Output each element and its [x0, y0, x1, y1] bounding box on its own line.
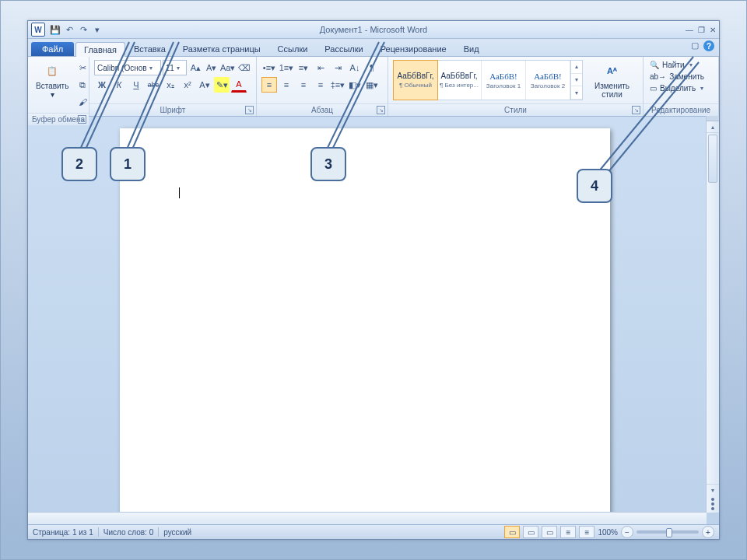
replace-label: Заменить [669, 72, 704, 81]
status-word-count[interactable]: Число слов: 0 [103, 528, 153, 537]
highlight-button[interactable]: ✎▾ [214, 77, 230, 93]
group-font: Calibri (Основ▾ 11▾ A▴ A▾ Aa▾ ⌫ Ж К Ч ab… [89, 57, 257, 116]
text-effects-button[interactable]: A▾ [197, 77, 212, 93]
font-name-combo[interactable]: Calibri (Основ▾ [94, 60, 161, 75]
word-app-icon: W [31, 23, 45, 37]
scroll-down-icon[interactable]: ▾ [707, 484, 719, 495]
clear-format-button[interactable]: ⌫ [237, 60, 251, 75]
view-web[interactable]: ▭ [542, 526, 557, 538]
ribbon-minimize-icon[interactable]: ▢ [691, 40, 699, 51]
styles-launcher[interactable]: ↘ [632, 106, 640, 114]
format-painter-button[interactable]: 🖌 [75, 94, 90, 110]
sort-button[interactable]: A↓ [347, 60, 363, 75]
subscript-button[interactable]: x₂ [163, 77, 178, 93]
decrease-indent-button[interactable]: ⇤ [313, 60, 328, 75]
grow-font-button[interactable]: A▴ [188, 60, 202, 75]
group-paragraph-label: Абзац [311, 106, 333, 114]
align-center-button[interactable]: ≡ [279, 77, 294, 93]
tab-insert[interactable]: Вставка [125, 41, 174, 56]
save-icon[interactable]: 💾 [50, 24, 61, 35]
change-styles-button[interactable]: Aᴬ Изменить стили [586, 60, 638, 100]
group-font-label: Шрифт [160, 106, 186, 114]
tab-home[interactable]: Главная [75, 42, 125, 57]
view-print-layout[interactable]: ▭ [504, 526, 520, 538]
shrink-font-button[interactable]: A▾ [204, 60, 218, 75]
paste-button[interactable]: 📋 Вставить▾ [33, 60, 72, 100]
restore-button[interactable]: ❐ [698, 26, 705, 34]
align-left-button[interactable]: ≡ [261, 77, 277, 93]
tab-mailings[interactable]: Рассылки [316, 41, 371, 56]
zoom-level[interactable]: 100% [598, 528, 618, 537]
vertical-scrollbar[interactable]: ▴ ▾ [706, 116, 719, 513]
font-color-button[interactable]: A [231, 78, 247, 93]
group-styles-label: Стили [504, 106, 527, 114]
view-draft[interactable]: ≡ [579, 526, 594, 538]
view-full-screen[interactable]: ▭ [523, 526, 538, 538]
scroll-up-icon[interactable]: ▴ [707, 121, 719, 133]
borders-button[interactable]: ▦▾ [364, 77, 380, 93]
tab-view[interactable]: Вид [455, 41, 488, 56]
copy-button[interactable]: ⧉ [75, 77, 90, 93]
line-spacing-button[interactable]: ‡≡▾ [330, 77, 345, 93]
redo-icon[interactable]: ↷ [78, 24, 89, 35]
status-page[interactable]: Страница: 1 из 1 [33, 528, 93, 537]
minimize-button[interactable]: — [686, 26, 693, 34]
bullets-button[interactable]: •≡▾ [261, 60, 277, 75]
tab-review[interactable]: Рецензирование [372, 41, 455, 56]
find-button[interactable]: 🔍Найти▾ [648, 60, 706, 70]
tab-page-layout[interactable]: Разметка страницы [174, 41, 269, 56]
change-case-button[interactable]: Aa▾ [220, 60, 236, 75]
zoom-in-button[interactable]: + [702, 526, 714, 538]
shading-button[interactable]: ◧▾ [347, 77, 363, 93]
bold-button[interactable]: Ж [94, 77, 110, 93]
strike-button[interactable]: abc [146, 77, 161, 93]
ribbon: 📋 Вставить▾ ✂ ⧉ 🖌 Буфер обмена↘ Calibri … [28, 57, 719, 117]
paragraph-launcher[interactable]: ↘ [377, 106, 385, 114]
tab-file[interactable]: Файл [31, 42, 74, 56]
font-size-combo[interactable]: 11▾ [163, 60, 188, 75]
gallery-more-icon[interactable]: ▾ [571, 86, 582, 100]
italic-button[interactable]: К [111, 77, 127, 93]
zoom-slider[interactable] [637, 530, 699, 534]
app-window: W 💾 ↶ ↷ ▾ Документ1 - Microsoft Word — ❐… [0, 0, 747, 560]
select-button[interactable]: ▭Выделить▾ [648, 83, 706, 93]
qat-dropdown-icon[interactable]: ▾ [92, 24, 103, 35]
zoom-out-button[interactable]: − [621, 526, 633, 538]
multilevel-button[interactable]: ≡▾ [296, 60, 311, 75]
style-heading1[interactable]: АаБбВ! Заголовок 1 [482, 61, 526, 100]
paste-icon: 📋 [41, 61, 63, 80]
style-no-spacing[interactable]: АаБбВвГг, ¶ Без интер... [437, 61, 482, 100]
font-launcher[interactable]: ↘ [245, 106, 254, 114]
page[interactable] [120, 128, 610, 525]
horizontal-scrollbar[interactable] [28, 512, 707, 525]
replace-button[interactable]: ab→Заменить [648, 72, 706, 82]
cut-button[interactable]: ✂ [75, 60, 90, 75]
undo-icon[interactable]: ↶ [64, 24, 75, 35]
increase-indent-button[interactable]: ⇥ [330, 60, 345, 75]
align-right-button[interactable]: ≡ [296, 77, 311, 93]
select-label: Выделить [660, 84, 696, 93]
scroll-thumb[interactable] [708, 135, 717, 183]
gallery-down-icon[interactable]: ▾ [571, 74, 582, 87]
find-icon: 🔍 [650, 61, 659, 69]
style-normal[interactable]: АаБбВвГг, ¶ Обычный [393, 60, 438, 100]
underline-button[interactable]: Ч [128, 77, 144, 93]
status-language[interactable]: русский [163, 528, 191, 537]
browse-object-icon[interactable] [711, 498, 714, 510]
style-name-label: Заголовок 1 [486, 82, 521, 89]
tab-references[interactable]: Ссылки [269, 41, 317, 56]
align-justify-button[interactable]: ≡ [313, 77, 328, 93]
superscript-button[interactable]: x² [180, 77, 195, 93]
find-label: Найти [662, 61, 685, 69]
close-button[interactable]: ✕ [710, 26, 716, 34]
change-styles-label: Изменить стили [589, 82, 635, 99]
gallery-up-icon[interactable]: ▴ [571, 61, 582, 74]
split-handle[interactable] [707, 116, 719, 121]
show-marks-button[interactable]: ¶ [364, 60, 380, 75]
styles-gallery[interactable]: АаБбВвГг, ¶ Обычный АаБбВвГг, ¶ Без инте… [393, 60, 583, 100]
zoom-slider-knob[interactable] [666, 528, 672, 537]
numbering-button[interactable]: 1≡▾ [279, 60, 294, 75]
view-outline[interactable]: ≡ [560, 526, 576, 538]
help-icon[interactable]: ? [703, 40, 714, 51]
style-heading2[interactable]: АаБбВ! Заголовок 2 [526, 61, 570, 100]
